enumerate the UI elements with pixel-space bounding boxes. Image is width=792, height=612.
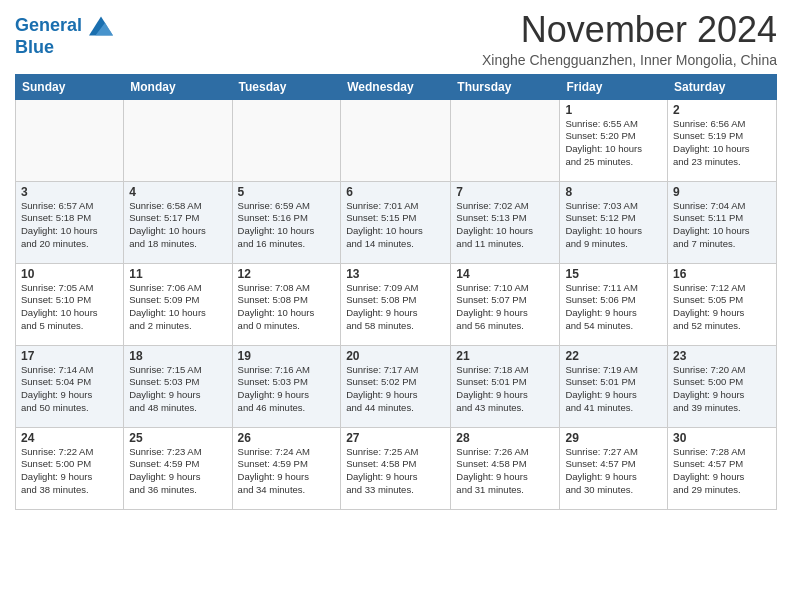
day-number: 29	[565, 431, 662, 445]
logo-text: General	[15, 14, 113, 38]
day-number: 22	[565, 349, 662, 363]
logo-icon	[89, 14, 113, 38]
title-section: November 2024 Xinghe Chengguanzhen, Inne…	[482, 10, 777, 68]
calendar-cell: 21Sunrise: 7:18 AM Sunset: 5:01 PM Dayli…	[451, 345, 560, 427]
day-number: 2	[673, 103, 771, 117]
day-number: 13	[346, 267, 445, 281]
calendar-cell: 30Sunrise: 7:28 AM Sunset: 4:57 PM Dayli…	[668, 427, 777, 509]
month-year: November 2024	[482, 10, 777, 50]
calendar-cell: 29Sunrise: 7:27 AM Sunset: 4:57 PM Dayli…	[560, 427, 668, 509]
header: General Blue November 2024 Xinghe Chengg…	[15, 10, 777, 68]
calendar-cell: 20Sunrise: 7:17 AM Sunset: 5:02 PM Dayli…	[341, 345, 451, 427]
calendar-cell: 10Sunrise: 7:05 AM Sunset: 5:10 PM Dayli…	[16, 263, 124, 345]
day-number: 4	[129, 185, 226, 199]
day-info: Sunrise: 7:23 AM Sunset: 4:59 PM Dayligh…	[129, 446, 226, 497]
calendar-cell: 5Sunrise: 6:59 AM Sunset: 5:16 PM Daylig…	[232, 181, 341, 263]
day-number: 14	[456, 267, 554, 281]
calendar-cell: 25Sunrise: 7:23 AM Sunset: 4:59 PM Dayli…	[124, 427, 232, 509]
calendar-cell: 17Sunrise: 7:14 AM Sunset: 5:04 PM Dayli…	[16, 345, 124, 427]
logo-general: General	[15, 15, 82, 35]
day-info: Sunrise: 7:28 AM Sunset: 4:57 PM Dayligh…	[673, 446, 771, 497]
calendar-cell	[451, 99, 560, 181]
day-number: 10	[21, 267, 118, 281]
calendar-cell: 26Sunrise: 7:24 AM Sunset: 4:59 PM Dayli…	[232, 427, 341, 509]
weekday-header-row: SundayMondayTuesdayWednesdayThursdayFrid…	[16, 74, 777, 99]
day-number: 12	[238, 267, 336, 281]
day-info: Sunrise: 7:11 AM Sunset: 5:06 PM Dayligh…	[565, 282, 662, 333]
day-info: Sunrise: 7:12 AM Sunset: 5:05 PM Dayligh…	[673, 282, 771, 333]
day-number: 26	[238, 431, 336, 445]
day-info: Sunrise: 7:25 AM Sunset: 4:58 PM Dayligh…	[346, 446, 445, 497]
day-info: Sunrise: 7:01 AM Sunset: 5:15 PM Dayligh…	[346, 200, 445, 251]
week-row-1: 1Sunrise: 6:55 AM Sunset: 5:20 PM Daylig…	[16, 99, 777, 181]
calendar-cell: 28Sunrise: 7:26 AM Sunset: 4:58 PM Dayli…	[451, 427, 560, 509]
day-info: Sunrise: 7:04 AM Sunset: 5:11 PM Dayligh…	[673, 200, 771, 251]
day-number: 11	[129, 267, 226, 281]
day-number: 30	[673, 431, 771, 445]
weekday-sunday: Sunday	[16, 74, 124, 99]
calendar-cell: 19Sunrise: 7:16 AM Sunset: 5:03 PM Dayli…	[232, 345, 341, 427]
logo-blue: Blue	[15, 38, 113, 58]
weekday-monday: Monday	[124, 74, 232, 99]
calendar: SundayMondayTuesdayWednesdayThursdayFrid…	[15, 74, 777, 510]
day-info: Sunrise: 7:15 AM Sunset: 5:03 PM Dayligh…	[129, 364, 226, 415]
day-info: Sunrise: 7:17 AM Sunset: 5:02 PM Dayligh…	[346, 364, 445, 415]
calendar-cell: 8Sunrise: 7:03 AM Sunset: 5:12 PM Daylig…	[560, 181, 668, 263]
calendar-cell: 18Sunrise: 7:15 AM Sunset: 5:03 PM Dayli…	[124, 345, 232, 427]
day-number: 7	[456, 185, 554, 199]
day-info: Sunrise: 7:24 AM Sunset: 4:59 PM Dayligh…	[238, 446, 336, 497]
day-info: Sunrise: 7:18 AM Sunset: 5:01 PM Dayligh…	[456, 364, 554, 415]
weekday-friday: Friday	[560, 74, 668, 99]
weekday-saturday: Saturday	[668, 74, 777, 99]
page: General Blue November 2024 Xinghe Chengg…	[0, 0, 792, 515]
weekday-thursday: Thursday	[451, 74, 560, 99]
calendar-cell: 7Sunrise: 7:02 AM Sunset: 5:13 PM Daylig…	[451, 181, 560, 263]
day-number: 24	[21, 431, 118, 445]
calendar-cell: 12Sunrise: 7:08 AM Sunset: 5:08 PM Dayli…	[232, 263, 341, 345]
day-info: Sunrise: 7:08 AM Sunset: 5:08 PM Dayligh…	[238, 282, 336, 333]
calendar-cell: 4Sunrise: 6:58 AM Sunset: 5:17 PM Daylig…	[124, 181, 232, 263]
day-number: 9	[673, 185, 771, 199]
week-row-5: 24Sunrise: 7:22 AM Sunset: 5:00 PM Dayli…	[16, 427, 777, 509]
day-number: 21	[456, 349, 554, 363]
calendar-cell: 27Sunrise: 7:25 AM Sunset: 4:58 PM Dayli…	[341, 427, 451, 509]
day-number: 20	[346, 349, 445, 363]
day-number: 16	[673, 267, 771, 281]
day-info: Sunrise: 7:05 AM Sunset: 5:10 PM Dayligh…	[21, 282, 118, 333]
calendar-cell: 11Sunrise: 7:06 AM Sunset: 5:09 PM Dayli…	[124, 263, 232, 345]
day-number: 8	[565, 185, 662, 199]
calendar-cell	[16, 99, 124, 181]
day-info: Sunrise: 7:06 AM Sunset: 5:09 PM Dayligh…	[129, 282, 226, 333]
day-info: Sunrise: 7:10 AM Sunset: 5:07 PM Dayligh…	[456, 282, 554, 333]
day-info: Sunrise: 7:22 AM Sunset: 5:00 PM Dayligh…	[21, 446, 118, 497]
logo: General Blue	[15, 14, 113, 58]
day-number: 6	[346, 185, 445, 199]
day-number: 5	[238, 185, 336, 199]
day-info: Sunrise: 7:27 AM Sunset: 4:57 PM Dayligh…	[565, 446, 662, 497]
calendar-cell: 23Sunrise: 7:20 AM Sunset: 5:00 PM Dayli…	[668, 345, 777, 427]
calendar-cell: 9Sunrise: 7:04 AM Sunset: 5:11 PM Daylig…	[668, 181, 777, 263]
day-number: 19	[238, 349, 336, 363]
weekday-tuesday: Tuesday	[232, 74, 341, 99]
day-info: Sunrise: 7:19 AM Sunset: 5:01 PM Dayligh…	[565, 364, 662, 415]
calendar-cell: 3Sunrise: 6:57 AM Sunset: 5:18 PM Daylig…	[16, 181, 124, 263]
day-info: Sunrise: 6:58 AM Sunset: 5:17 PM Dayligh…	[129, 200, 226, 251]
calendar-cell: 14Sunrise: 7:10 AM Sunset: 5:07 PM Dayli…	[451, 263, 560, 345]
week-row-4: 17Sunrise: 7:14 AM Sunset: 5:04 PM Dayli…	[16, 345, 777, 427]
weekday-wednesday: Wednesday	[341, 74, 451, 99]
location: Xinghe Chengguanzhen, Inner Mongolia, Ch…	[482, 52, 777, 68]
day-number: 3	[21, 185, 118, 199]
calendar-cell: 13Sunrise: 7:09 AM Sunset: 5:08 PM Dayli…	[341, 263, 451, 345]
calendar-cell	[124, 99, 232, 181]
day-info: Sunrise: 7:09 AM Sunset: 5:08 PM Dayligh…	[346, 282, 445, 333]
day-info: Sunrise: 6:57 AM Sunset: 5:18 PM Dayligh…	[21, 200, 118, 251]
day-info: Sunrise: 6:59 AM Sunset: 5:16 PM Dayligh…	[238, 200, 336, 251]
calendar-cell	[232, 99, 341, 181]
day-number: 28	[456, 431, 554, 445]
calendar-cell: 22Sunrise: 7:19 AM Sunset: 5:01 PM Dayli…	[560, 345, 668, 427]
day-number: 23	[673, 349, 771, 363]
day-number: 1	[565, 103, 662, 117]
day-number: 18	[129, 349, 226, 363]
calendar-cell: 24Sunrise: 7:22 AM Sunset: 5:00 PM Dayli…	[16, 427, 124, 509]
day-info: Sunrise: 7:02 AM Sunset: 5:13 PM Dayligh…	[456, 200, 554, 251]
